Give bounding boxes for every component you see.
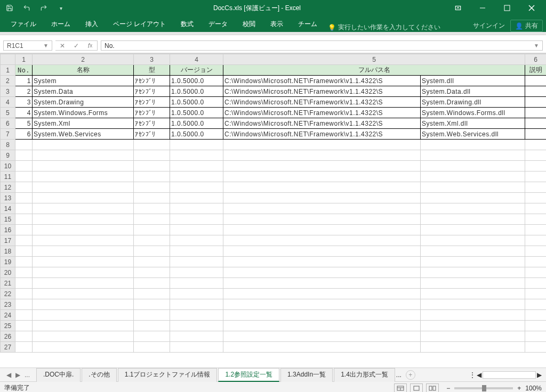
row-header[interactable]: 12 xyxy=(1,182,15,193)
cell[interactable]: 1.0.5000.0 xyxy=(170,129,223,140)
cell[interactable] xyxy=(525,182,547,193)
cell[interactable] xyxy=(421,299,525,310)
cell[interactable]: 3 xyxy=(15,97,33,108)
cell[interactable] xyxy=(15,246,33,257)
sheet-tabs-overflow[interactable]: ... xyxy=(396,371,402,379)
cell[interactable] xyxy=(525,161,547,172)
tab-home[interactable]: ホーム xyxy=(44,17,78,32)
cell[interactable] xyxy=(33,342,134,353)
cell[interactable]: 1.0.5000.0 xyxy=(170,86,223,97)
cell[interactable] xyxy=(525,97,547,108)
cell[interactable]: System.Xml.dll xyxy=(421,118,525,129)
tab-team[interactable]: チーム xyxy=(291,17,325,32)
cell[interactable] xyxy=(134,331,170,342)
cell[interactable] xyxy=(170,193,223,203)
tab-formulas[interactable]: 数式 xyxy=(173,17,201,32)
cell[interactable]: System.Windows.Forms.dll xyxy=(421,108,525,118)
tab-insert[interactable]: 挿入 xyxy=(78,17,106,32)
sheet-tab[interactable]: 1.3AddIn一覧 xyxy=(280,368,333,382)
cell[interactable] xyxy=(223,150,421,161)
cell[interactable]: System.Drawing.dll xyxy=(421,97,525,108)
row-header[interactable]: 11 xyxy=(1,172,15,182)
cell[interactable] xyxy=(421,182,525,193)
cell[interactable] xyxy=(525,140,547,150)
row-header[interactable]: 6 xyxy=(1,118,15,129)
cell[interactable] xyxy=(170,150,223,161)
cell[interactable]: No. xyxy=(15,65,33,76)
cell[interactable] xyxy=(170,214,223,225)
cell[interactable] xyxy=(33,278,134,289)
cell[interactable] xyxy=(33,257,134,267)
sheet-nav-more[interactable]: ... xyxy=(25,371,30,379)
cell[interactable]: 1.0.5000.0 xyxy=(170,76,223,86)
page-layout-view-button[interactable] xyxy=(410,383,423,393)
cell[interactable] xyxy=(170,182,223,193)
name-box[interactable]: R1C1 ▼ xyxy=(3,40,52,51)
cell[interactable] xyxy=(421,289,525,299)
cell[interactable] xyxy=(170,225,223,235)
row-header[interactable]: 25 xyxy=(1,321,15,331)
cell[interactable] xyxy=(33,246,134,257)
row-header[interactable]: 9 xyxy=(1,150,15,161)
enter-formula-button[interactable]: ✓ xyxy=(69,42,83,50)
cell[interactable]: 型 xyxy=(134,65,170,76)
cell[interactable]: System.Drawing xyxy=(33,97,134,108)
cell[interactable] xyxy=(15,342,33,353)
cell[interactable] xyxy=(525,214,547,225)
cell[interactable]: 1.0.5000.0 xyxy=(170,108,223,118)
tab-view[interactable]: 表示 xyxy=(263,17,291,32)
cell[interactable] xyxy=(33,214,134,225)
cell[interactable] xyxy=(134,203,170,214)
cell[interactable] xyxy=(525,257,547,267)
cell[interactable] xyxy=(170,257,223,267)
cell[interactable] xyxy=(33,225,134,235)
cell[interactable] xyxy=(170,203,223,214)
sheet-nav-prev[interactable]: ◀ xyxy=(6,371,11,379)
sheet-tab[interactable]: 1.4出力形式一覧 xyxy=(334,368,395,382)
cell[interactable] xyxy=(170,310,223,321)
cell[interactable] xyxy=(421,235,525,246)
share-button[interactable]: 👤 共有 xyxy=(510,20,543,32)
cell[interactable] xyxy=(223,331,421,342)
tab-data[interactable]: データ xyxy=(201,17,235,32)
save-button[interactable] xyxy=(2,1,17,15)
row-header[interactable]: 18 xyxy=(1,246,15,257)
cell[interactable] xyxy=(15,161,33,172)
cell[interactable] xyxy=(525,342,547,353)
row-header[interactable]: 2 xyxy=(1,76,15,86)
cell[interactable]: System.Data xyxy=(33,86,134,97)
row-header[interactable]: 17 xyxy=(1,235,15,246)
row-header[interactable]: 21 xyxy=(1,278,15,289)
qat-customize-button[interactable]: ▾ xyxy=(53,1,68,15)
cell[interactable] xyxy=(134,150,170,161)
col-header[interactable]: 3 xyxy=(134,54,170,65)
cell[interactable] xyxy=(134,140,170,150)
cell[interactable] xyxy=(134,278,170,289)
cell[interactable] xyxy=(134,299,170,310)
row-header[interactable]: 16 xyxy=(1,225,15,235)
close-button[interactable] xyxy=(519,1,544,15)
cell[interactable] xyxy=(525,267,547,278)
cell[interactable] xyxy=(134,342,170,353)
cell[interactable] xyxy=(223,321,421,331)
cell[interactable] xyxy=(525,203,547,214)
col-header[interactable]: 1 xyxy=(15,54,33,65)
ribbon-options-button[interactable] xyxy=(446,1,470,15)
scroll-right-button[interactable]: ▶ xyxy=(537,371,542,379)
cell[interactable] xyxy=(525,76,547,86)
cell[interactable]: System.Web.Services xyxy=(33,129,134,140)
cell[interactable] xyxy=(421,203,525,214)
cell[interactable]: 1 xyxy=(15,76,33,86)
cell[interactable] xyxy=(525,289,547,299)
cell[interactable] xyxy=(421,193,525,203)
cell[interactable] xyxy=(33,161,134,172)
col-header[interactable]: 2 xyxy=(33,54,134,65)
cell[interactable] xyxy=(33,182,134,193)
cell[interactable]: C:\Windows\Microsoft.NET\Framework\v1.1.… xyxy=(223,118,421,129)
cell[interactable] xyxy=(33,172,134,182)
cell[interactable] xyxy=(15,225,33,235)
cell[interactable]: C:\Windows\Microsoft.NET\Framework\v1.1.… xyxy=(223,97,421,108)
cell[interactable]: 1.0.5000.0 xyxy=(170,118,223,129)
cell[interactable] xyxy=(223,257,421,267)
zoom-slider[interactable] xyxy=(454,387,513,389)
